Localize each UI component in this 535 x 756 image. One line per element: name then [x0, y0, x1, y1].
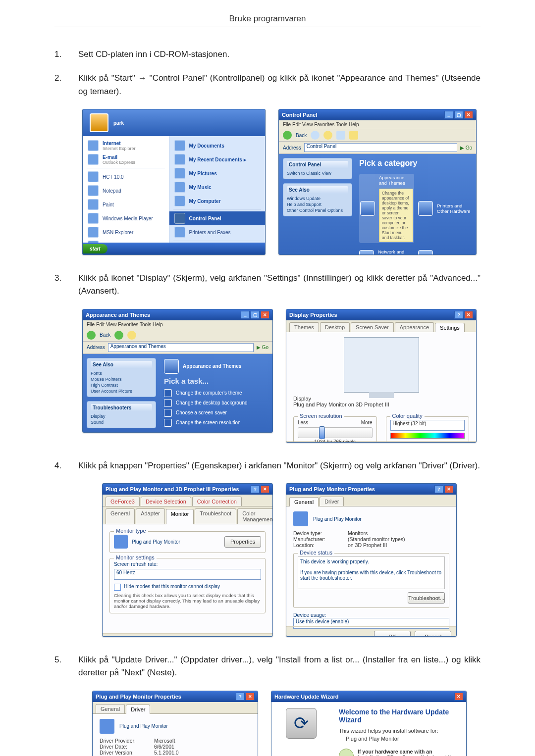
tab-troubleshoot[interactable]: Troubleshoot [195, 508, 236, 524]
refresh-rate-select[interactable]: 60 Hertz [114, 569, 261, 580]
window-title: Control Panel [282, 112, 318, 118]
back-icon[interactable] [283, 131, 292, 140]
menu-bar[interactable]: File Edit View Favorites Tools Help [279, 120, 476, 129]
category-appearance[interactable]: Appearance and ThemesChange the appearan… [359, 174, 414, 243]
close-icon[interactable]: ✕ [464, 311, 473, 319]
toolbar: Back [279, 129, 476, 142]
start-item-printers[interactable]: Printers and Faxes [169, 225, 265, 239]
start-item-mypics[interactable]: My Pictures [169, 166, 265, 180]
go-button[interactable]: ▶ Go [460, 145, 472, 151]
task-resolution[interactable]: Change the screen resolution [164, 419, 268, 427]
monitor-preview [344, 337, 419, 393]
task-theme[interactable]: Change the computer's theme [164, 389, 268, 397]
screenshot-appearance-themes: Appearance and Themes _▢✕ File Edit View… [82, 309, 273, 433]
help-icon[interactable]: ? [251, 485, 260, 493]
close-icon[interactable]: ✕ [454, 693, 463, 701]
link-help-support[interactable]: Help and Support [287, 202, 348, 207]
close-icon[interactable]: ✕ [261, 311, 269, 319]
side-pane-seealso: See Also Windows Update Help and Support… [283, 183, 352, 216]
link-other-options[interactable]: Other Control Panel Options [287, 207, 348, 213]
close-icon[interactable]: ✕ [246, 693, 255, 701]
start-item-control-panel[interactable]: Control Panel [169, 211, 265, 225]
search-icon[interactable] [336, 131, 345, 140]
user-avatar [90, 113, 108, 132]
start-item-hct[interactable]: HCT 10.0 [83, 170, 169, 184]
close-icon[interactable]: ✕ [444, 485, 453, 493]
tab-themes[interactable]: Themes [289, 322, 319, 332]
start-header: park [83, 109, 265, 136]
help-icon[interactable]: ? [434, 485, 443, 493]
tab-driver[interactable]: Driver [126, 705, 150, 714]
task-background[interactable]: Change the desktop background [164, 399, 268, 407]
step-1: 1.Sett CD-platen inn i CD-ROM-stasjonen. [54, 48, 481, 61]
tab-driver[interactable]: Driver [320, 497, 344, 506]
min-icon[interactable]: _ [241, 311, 250, 319]
tab-settings[interactable]: Settings [435, 323, 465, 332]
task-screensaver[interactable]: Choose a screen saver [164, 409, 268, 417]
close-icon[interactable]: ✕ [464, 111, 473, 119]
up-icon[interactable] [323, 131, 332, 140]
folders-icon[interactable] [349, 131, 358, 140]
start-item-recent[interactable]: My Recent Documents ▸ [169, 152, 265, 166]
start-item-email[interactable]: E-mailOutlook Express [83, 152, 169, 166]
figure-row-d: Plug and Play Monitor Properties ?✕ Gene… [54, 691, 481, 756]
figure-row-b: Appearance and Themes _▢✕ File Edit View… [54, 309, 481, 443]
switch-classic-link[interactable]: Switch to Classic View [287, 170, 348, 176]
user-name: park [113, 120, 124, 126]
tab-general[interactable]: General [96, 704, 125, 713]
help-icon[interactable]: ? [454, 311, 463, 319]
min-icon[interactable]: _ [444, 111, 453, 119]
up-icon[interactable] [127, 331, 136, 340]
address-input[interactable]: Appearance and Themes [108, 343, 254, 352]
tab-monitor[interactable]: Monitor [166, 509, 194, 524]
properties-button[interactable]: Properties [224, 536, 261, 548]
hide-modes-checkbox[interactable]: Hide modes that this monitor cannot disp… [114, 584, 261, 591]
cancel-button[interactable]: Cancel [415, 631, 451, 637]
troubleshoot-button[interactable]: Troubleshoot... [408, 592, 445, 604]
forward-icon[interactable] [114, 331, 123, 340]
tab-appearance[interactable]: Appearance [395, 322, 434, 332]
step-3: 3.Klikk på ikonet "Display" (Skjerm), ve… [54, 272, 481, 298]
tab-screensaver[interactable]: Screen Saver [351, 322, 394, 332]
monitor-icon [100, 719, 114, 734]
tab-colormgmt[interactable]: Color Management [237, 508, 273, 524]
start-item-notepad[interactable]: Notepad [83, 184, 169, 198]
start-item-mydocs[interactable]: My Documents [169, 139, 265, 152]
tab-adapter[interactable]: Adapter [136, 508, 165, 524]
go-button[interactable]: ▶ Go [257, 345, 268, 350]
start-item-paint[interactable]: Paint [83, 198, 169, 211]
max-icon[interactable]: ▢ [454, 111, 463, 119]
category-users[interactable]: User Accounts [418, 249, 473, 255]
forward-icon[interactable] [311, 131, 320, 140]
start-right-column: My Documents My Recent Documents ▸ My Pi… [169, 136, 265, 243]
start-item-internet[interactable]: InternetInternet Explorer [83, 139, 169, 152]
tab-general[interactable]: General [106, 508, 135, 524]
link-windows-update[interactable]: Windows Update [287, 196, 348, 202]
page-title: Bruke programvaren [54, 14, 481, 24]
start-button[interactable]: start [83, 244, 107, 253]
screenshot-monitor-tab: Plug and Play Monitor and 3D Prophet III… [102, 483, 273, 637]
tab-general[interactable]: General [289, 497, 319, 506]
address-input[interactable]: Control Panel [304, 143, 457, 152]
pick-category-heading: Pick a category [359, 159, 473, 168]
screenshot-driver-tab: Plug and Play Monitor Properties ?✕ Gene… [92, 691, 258, 756]
close-icon[interactable]: ✕ [261, 485, 269, 493]
back-icon[interactable] [87, 331, 96, 340]
monitor-icon [293, 511, 308, 526]
start-item-mycomputer[interactable]: My Computer [169, 194, 265, 208]
max-icon[interactable]: ▢ [251, 311, 260, 319]
step-4: 4.Klikk på knappen "Properties" (Egenska… [54, 459, 481, 472]
screenshot-display-properties: Display Properties ?✕ Themes Desktop Scr… [286, 309, 477, 443]
help-icon[interactable]: ? [236, 693, 245, 701]
start-item-msn[interactable]: MSN Explorer [83, 225, 169, 239]
category-network[interactable]: Network and Internet Connections [359, 249, 414, 255]
ok-button[interactable]: OK [374, 631, 411, 637]
start-item-mymusic[interactable]: My Music [169, 180, 265, 194]
start-item-wmp[interactable]: Windows Media Player [83, 211, 169, 225]
category-printers[interactable]: Printers and Other Hardware [418, 174, 473, 243]
screenshot-control-panel: Control Panel _▢✕ File Edit View Favorit… [278, 109, 477, 255]
screenshot-start-menu: park InternetInternet Explorer E-mailOut… [82, 109, 266, 255]
tab-desktop[interactable]: Desktop [320, 322, 350, 332]
resolution-slider[interactable] [298, 427, 373, 438]
color-quality-select[interactable]: Highest (32 bit) [390, 420, 465, 431]
